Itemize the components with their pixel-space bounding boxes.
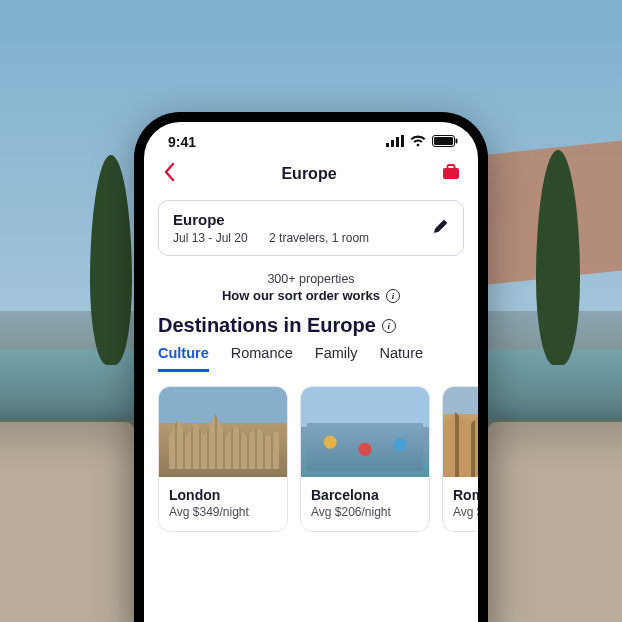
battery-icon: [432, 134, 458, 150]
search-destination: Europe: [173, 211, 369, 228]
svg-rect-3: [401, 135, 404, 147]
wifi-icon: [410, 134, 426, 150]
destination-card[interactable]: RomeAvg $229/ni: [442, 386, 478, 532]
sort-order-link[interactable]: How our sort order works i: [222, 288, 400, 303]
search-summary-card[interactable]: Europe Jul 13 - Jul 20 2 travelers, 1 ro…: [158, 200, 464, 256]
destination-card[interactable]: BarcelonaAvg $206/night: [300, 386, 430, 532]
svg-rect-2: [396, 137, 399, 147]
card-price: Avg $206/night: [311, 505, 419, 519]
card-city: London: [169, 487, 277, 503]
svg-rect-5: [434, 137, 453, 145]
property-count: 300+ properties: [144, 272, 478, 286]
info-icon: i: [386, 289, 400, 303]
info-icon[interactable]: i: [382, 319, 396, 333]
status-time: 9:41: [168, 134, 196, 150]
status-bar: 9:41: [144, 122, 478, 156]
svg-rect-0: [386, 143, 389, 147]
section-heading: Destinations in Europe i: [144, 314, 478, 345]
card-city: Barcelona: [311, 487, 419, 503]
search-dates: Jul 13 - Jul 20: [173, 231, 248, 245]
phone-frame: 9:41 Europe: [134, 112, 488, 622]
tab-family[interactable]: Family: [315, 345, 358, 372]
results-meta: 300+ properties How our sort order works…: [144, 266, 478, 314]
card-price: Avg $229/ni: [453, 505, 478, 519]
suitcase-icon[interactable]: [442, 164, 460, 184]
nav-bar: Europe: [144, 156, 478, 196]
search-details: Jul 13 - Jul 20 2 travelers, 1 room: [173, 231, 369, 245]
back-button[interactable]: [162, 162, 176, 186]
card-city: Rome: [453, 487, 478, 503]
edit-icon[interactable]: [433, 218, 449, 238]
page-title: Europe: [281, 165, 336, 183]
search-guests: 2 travelers, 1 room: [269, 231, 369, 245]
category-tabs: CultureRomanceFamilyNature: [144, 345, 478, 372]
phone-screen: 9:41 Europe: [144, 122, 478, 622]
tab-culture[interactable]: Culture: [158, 345, 209, 372]
destination-cards[interactable]: LondonAvg $349/nightBarcelonaAvg $206/ni…: [144, 372, 478, 532]
svg-rect-8: [448, 165, 455, 169]
svg-rect-6: [456, 139, 458, 144]
destination-card[interactable]: LondonAvg $349/night: [158, 386, 288, 532]
card-image: [159, 387, 287, 477]
card-image: [443, 387, 478, 477]
signal-icon: [386, 134, 404, 150]
card-image: [301, 387, 429, 477]
tab-romance[interactable]: Romance: [231, 345, 293, 372]
card-price: Avg $349/night: [169, 505, 277, 519]
tab-nature[interactable]: Nature: [380, 345, 424, 372]
svg-rect-1: [391, 140, 394, 147]
